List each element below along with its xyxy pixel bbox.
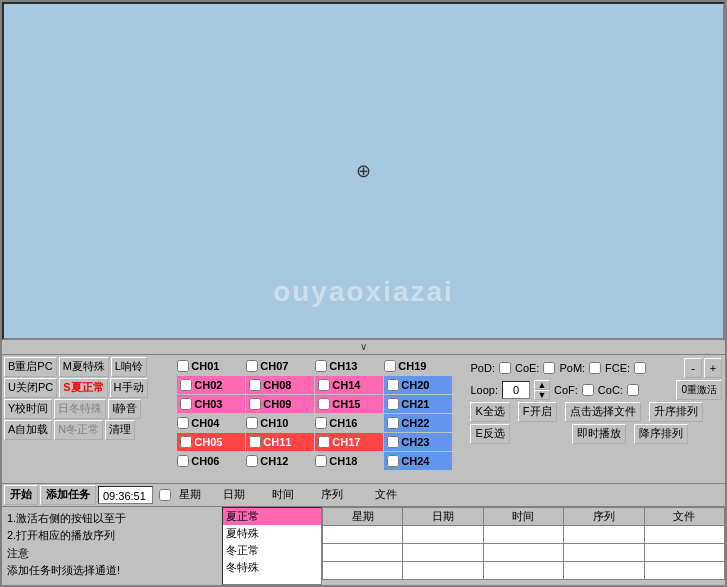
ch01-checkbox[interactable]: [177, 360, 189, 372]
ch07-checkbox[interactable]: [246, 360, 258, 372]
select-file-btn[interactable]: 点击选择文件: [565, 402, 641, 422]
e-reverse-btn[interactable]: E反选: [470, 424, 509, 444]
close-pc-btn[interactable]: U关闭PC: [4, 378, 57, 398]
k-select-all-btn[interactable]: K全选: [470, 402, 509, 422]
ch14-checkbox[interactable]: [318, 379, 330, 391]
i-mute-btn[interactable]: I静音: [108, 399, 141, 419]
ch04-checkbox[interactable]: [177, 417, 189, 429]
f-open-btn[interactable]: F开启: [518, 402, 557, 422]
task-area: 1.激活右侧的按钮以至于 2.打开相应的播放序列 注意 添加任务时须选择通道! …: [2, 506, 725, 585]
ch22-checkbox[interactable]: [387, 417, 399, 429]
coc-label: CoC:: [598, 384, 623, 396]
table-row-empty-1: [323, 525, 725, 543]
btn-row-2: U关闭PC S夏正常 H手动: [4, 378, 173, 398]
task-note-label: 注意: [7, 545, 217, 563]
ch-row-2: CH02 CH08 CH14 CH20: [177, 376, 465, 395]
main-window: ⊕ ouyaoxiazai ∨ B重启PC M夏特殊 L响铃 U关闭PC S夏正…: [0, 0, 727, 587]
status-checkbox[interactable]: [159, 489, 171, 501]
time-col-header: 时间: [272, 487, 294, 502]
a-autoload-btn[interactable]: A自加载: [4, 420, 52, 440]
winter-special-btn[interactable]: 日冬特殊: [54, 399, 106, 419]
task-list-item-summer-special[interactable]: 夏特殊: [223, 525, 321, 542]
loop-input[interactable]: [502, 381, 530, 399]
ch05-checkbox[interactable]: [180, 436, 192, 448]
bell-btn[interactable]: L响铃: [111, 357, 147, 377]
m-special-btn[interactable]: M夏特殊: [59, 357, 109, 377]
loop-down-btn[interactable]: ▼: [534, 390, 550, 400]
pod-checkbox[interactable]: [499, 362, 511, 374]
ch24-cell: CH24: [384, 452, 452, 470]
ch02-checkbox[interactable]: [180, 379, 192, 391]
ch11-checkbox[interactable]: [249, 436, 261, 448]
ch23-checkbox[interactable]: [387, 436, 399, 448]
ch03-checkbox[interactable]: [180, 398, 192, 410]
coe-checkbox[interactable]: [543, 362, 555, 374]
coc-checkbox[interactable]: [627, 384, 639, 396]
ch06-cell: CH06: [177, 452, 245, 470]
watermark-text: ouyaoxiazai: [273, 276, 454, 308]
ch08-checkbox[interactable]: [249, 379, 261, 391]
play-now-btn[interactable]: 即时播放: [572, 424, 626, 444]
ch18-checkbox[interactable]: [315, 455, 327, 467]
loop-up-btn[interactable]: ▲: [534, 380, 550, 390]
plus-btn[interactable]: +: [704, 358, 722, 378]
task-list[interactable]: 夏正常 夏特殊 冬正常 冬特殊: [222, 507, 322, 585]
ch09-checkbox[interactable]: [249, 398, 261, 410]
task-note-text: 添加任务时须选择通道!: [7, 562, 217, 580]
ch01-cell: CH01: [177, 357, 245, 375]
task-instructions: 1.激活右侧的按钮以至于 2.打开相应的播放序列 注意 添加任务时须选择通道!: [2, 507, 222, 585]
col-file: 文件: [644, 507, 724, 525]
ch19-checkbox[interactable]: [384, 360, 396, 372]
up-sort-btn[interactable]: 升序排列: [649, 402, 703, 422]
ch12-checkbox[interactable]: [246, 455, 258, 467]
ch20-checkbox[interactable]: [387, 379, 399, 391]
ch02-cell: CH02: [177, 376, 245, 394]
table-row-empty-3: [323, 561, 725, 579]
pod-label: PoD:: [470, 362, 494, 374]
cof-label: CoF:: [554, 384, 578, 396]
ch10-checkbox[interactable]: [246, 417, 258, 429]
ch23-cell: CH23: [384, 433, 452, 451]
task-list-item-summer-normal[interactable]: 夏正常: [223, 508, 321, 525]
ch13-checkbox[interactable]: [315, 360, 327, 372]
cof-checkbox[interactable]: [582, 384, 594, 396]
col-sequence: 序列: [564, 507, 644, 525]
clear-btn[interactable]: 清理: [105, 420, 135, 440]
ch03-cell: CH03: [177, 395, 245, 413]
s-summer-normal-btn[interactable]: S夏正常: [59, 378, 107, 398]
fce-checkbox[interactable]: [634, 362, 646, 374]
ch04-cell: CH04: [177, 414, 245, 432]
rc-row-3: K全选 F开启 点击选择文件 升序排列: [470, 402, 722, 422]
btn-row-1: B重启PC M夏特殊 L响铃: [4, 357, 173, 377]
ch16-checkbox[interactable]: [315, 417, 327, 429]
status-bar: 开始 添加任务 09:36:51 星期 日期 时间 序列 文件: [2, 483, 725, 506]
ch18-cell: CH18: [315, 452, 383, 470]
ch24-checkbox[interactable]: [387, 455, 399, 467]
reactivate-btn[interactable]: 0重激活: [676, 380, 722, 400]
current-time: 09:36:51: [98, 486, 153, 504]
restart-pc-btn[interactable]: B重启PC: [4, 357, 57, 377]
channel-grid: CH01 CH07 CH13 CH19 CH02 CH08 CH14 CH20 …: [175, 355, 467, 483]
ch05-cell: CH05: [177, 433, 245, 451]
start-btn[interactable]: 开始: [4, 485, 38, 505]
ch17-cell: CH17: [315, 433, 383, 451]
y-calibrate-btn[interactable]: Y校时间: [4, 399, 52, 419]
minus-btn[interactable]: -: [684, 358, 702, 378]
task-list-item-winter-normal[interactable]: 冬正常: [223, 542, 321, 559]
pom-label: PoM:: [559, 362, 585, 374]
ch15-checkbox[interactable]: [318, 398, 330, 410]
down-sort-btn[interactable]: 降序排列: [634, 424, 688, 444]
col-time: 时间: [483, 507, 563, 525]
ch22-cell: CH22: [384, 414, 452, 432]
ch-row-3: CH03 CH09 CH15 CH21: [177, 395, 465, 414]
sequence-col-header: 序列: [321, 487, 343, 502]
task-list-item-winter-special[interactable]: 冬特殊: [223, 559, 321, 576]
ch21-checkbox[interactable]: [387, 398, 399, 410]
ch-row-5: CH05 CH11 CH17 CH23: [177, 433, 465, 452]
ch17-checkbox[interactable]: [318, 436, 330, 448]
n-winter-normal-btn[interactable]: N冬正常: [54, 420, 103, 440]
pom-checkbox[interactable]: [589, 362, 601, 374]
add-task-btn[interactable]: 添加任务: [40, 485, 96, 505]
h-manual-btn[interactable]: H手动: [110, 378, 148, 398]
ch06-checkbox[interactable]: [177, 455, 189, 467]
